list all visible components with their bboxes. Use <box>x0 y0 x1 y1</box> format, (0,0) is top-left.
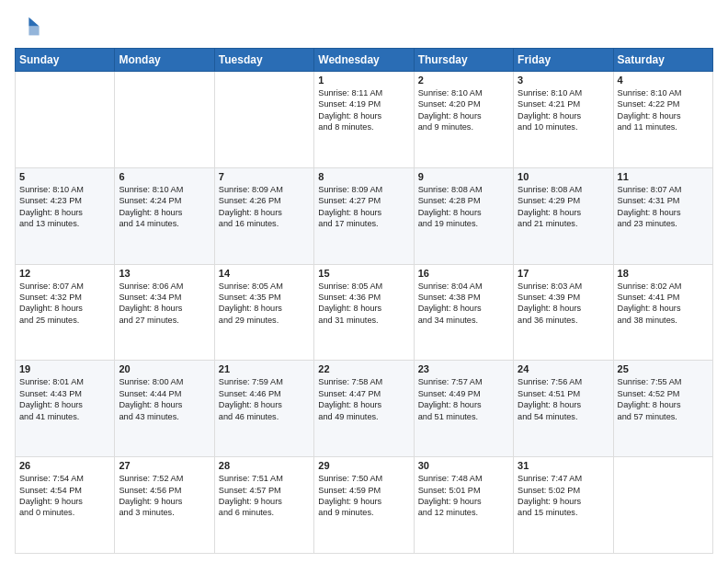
day-number: 11 <box>618 171 709 182</box>
cell-content: Sunrise: 8:10 AMSunset: 4:22 PMDaylight:… <box>618 87 709 133</box>
cell-content: Sunrise: 7:48 AMSunset: 5:01 PMDaylight:… <box>418 473 509 519</box>
day-number: 25 <box>618 363 709 374</box>
day-number: 27 <box>119 460 210 471</box>
cell-content: Sunrise: 8:06 AMSunset: 4:34 PMDaylight:… <box>119 281 210 327</box>
weekday-header: Saturday <box>613 49 712 72</box>
day-number: 22 <box>318 363 409 374</box>
calendar-cell <box>214 72 313 168</box>
day-number: 29 <box>318 460 409 471</box>
cell-content: Sunrise: 8:01 AMSunset: 4:43 PMDaylight:… <box>19 376 110 422</box>
calendar-cell: 23Sunrise: 7:57 AMSunset: 4:49 PMDayligh… <box>414 361 513 457</box>
day-number: 13 <box>119 268 210 279</box>
day-number: 17 <box>518 268 609 279</box>
cell-content: Sunrise: 8:03 AMSunset: 4:39 PMDaylight:… <box>518 281 609 327</box>
calendar-cell: 5Sunrise: 8:10 AMSunset: 4:23 PMDaylight… <box>16 167 115 264</box>
svg-marker-1 <box>28 27 39 36</box>
calendar-table: SundayMondayTuesdayWednesdayThursdayFrid… <box>15 48 713 554</box>
day-number: 2 <box>418 75 509 86</box>
calendar-cell: 31Sunrise: 7:47 AMSunset: 5:02 PMDayligh… <box>514 457 613 554</box>
cell-content: Sunrise: 8:05 AMSunset: 4:36 PMDaylight:… <box>318 281 409 327</box>
calendar-cell: 25Sunrise: 7:55 AMSunset: 4:52 PMDayligh… <box>613 361 712 457</box>
calendar-cell: 28Sunrise: 7:51 AMSunset: 4:57 PMDayligh… <box>214 457 313 554</box>
day-number: 30 <box>418 460 509 471</box>
calendar-cell: 6Sunrise: 8:10 AMSunset: 4:24 PMDaylight… <box>115 167 214 264</box>
cell-content: Sunrise: 8:04 AMSunset: 4:38 PMDaylight:… <box>418 281 509 327</box>
cell-content: Sunrise: 8:09 AMSunset: 4:27 PMDaylight:… <box>318 184 409 230</box>
cell-content: Sunrise: 7:59 AMSunset: 4:46 PMDaylight:… <box>219 376 310 422</box>
day-number: 7 <box>219 171 310 182</box>
calendar-cell: 26Sunrise: 7:54 AMSunset: 4:54 PMDayligh… <box>16 457 115 554</box>
cell-content: Sunrise: 8:10 AMSunset: 4:21 PMDaylight:… <box>518 87 609 133</box>
cell-content: Sunrise: 8:10 AMSunset: 4:23 PMDaylight:… <box>19 184 110 230</box>
day-number: 8 <box>318 171 409 182</box>
cell-content: Sunrise: 8:07 AMSunset: 4:32 PMDaylight:… <box>19 281 110 327</box>
calendar-cell: 2Sunrise: 8:10 AMSunset: 4:20 PMDaylight… <box>414 72 513 168</box>
cell-content: Sunrise: 8:10 AMSunset: 4:20 PMDaylight:… <box>418 87 509 133</box>
day-number: 5 <box>19 171 110 182</box>
cell-content: Sunrise: 8:10 AMSunset: 4:24 PMDaylight:… <box>119 184 210 230</box>
day-number: 1 <box>318 75 409 86</box>
weekday-header: Wednesday <box>314 49 414 72</box>
calendar-cell: 9Sunrise: 8:08 AMSunset: 4:28 PMDaylight… <box>414 167 513 264</box>
logo-icon <box>15 15 40 40</box>
weekday-header: Tuesday <box>214 49 313 72</box>
day-number: 31 <box>518 460 609 471</box>
day-number: 10 <box>518 171 609 182</box>
svg-marker-0 <box>28 17 39 27</box>
header-row: SundayMondayTuesdayWednesdayThursdayFrid… <box>16 49 713 72</box>
calendar-cell: 22Sunrise: 7:58 AMSunset: 4:47 PMDayligh… <box>314 361 414 457</box>
header <box>15 15 713 40</box>
calendar-cell: 13Sunrise: 8:06 AMSunset: 4:34 PMDayligh… <box>115 264 214 361</box>
calendar-cell: 11Sunrise: 8:07 AMSunset: 4:31 PMDayligh… <box>613 167 712 264</box>
calendar-week-row: 12Sunrise: 8:07 AMSunset: 4:32 PMDayligh… <box>16 264 713 361</box>
calendar-cell: 16Sunrise: 8:04 AMSunset: 4:38 PMDayligh… <box>414 264 513 361</box>
day-number: 21 <box>219 363 310 374</box>
calendar-cell: 30Sunrise: 7:48 AMSunset: 5:01 PMDayligh… <box>414 457 513 554</box>
calendar-cell: 19Sunrise: 8:01 AMSunset: 4:43 PMDayligh… <box>16 361 115 457</box>
cell-content: Sunrise: 8:08 AMSunset: 4:28 PMDaylight:… <box>418 184 509 230</box>
cell-content: Sunrise: 7:57 AMSunset: 4:49 PMDaylight:… <box>418 376 509 422</box>
calendar-cell: 4Sunrise: 8:10 AMSunset: 4:22 PMDaylight… <box>613 72 712 168</box>
calendar-cell: 29Sunrise: 7:50 AMSunset: 4:59 PMDayligh… <box>314 457 414 554</box>
calendar-cell <box>16 72 115 168</box>
cell-content: Sunrise: 7:54 AMSunset: 4:54 PMDaylight:… <box>19 473 110 519</box>
day-number: 23 <box>418 363 509 374</box>
day-number: 18 <box>618 268 709 279</box>
calendar-cell: 3Sunrise: 8:10 AMSunset: 4:21 PMDaylight… <box>514 72 613 168</box>
day-number: 26 <box>19 460 110 471</box>
calendar-cell: 20Sunrise: 8:00 AMSunset: 4:44 PMDayligh… <box>115 361 214 457</box>
cell-content: Sunrise: 7:50 AMSunset: 4:59 PMDaylight:… <box>318 473 409 519</box>
calendar-cell: 8Sunrise: 8:09 AMSunset: 4:27 PMDaylight… <box>314 167 414 264</box>
calendar-cell: 17Sunrise: 8:03 AMSunset: 4:39 PMDayligh… <box>514 264 613 361</box>
day-number: 19 <box>19 363 110 374</box>
cell-content: Sunrise: 8:09 AMSunset: 4:26 PMDaylight:… <box>219 184 310 230</box>
cell-content: Sunrise: 7:56 AMSunset: 4:51 PMDaylight:… <box>518 376 609 422</box>
day-number: 28 <box>219 460 310 471</box>
calendar-cell <box>613 457 712 554</box>
calendar-cell: 24Sunrise: 7:56 AMSunset: 4:51 PMDayligh… <box>514 361 613 457</box>
cell-content: Sunrise: 8:02 AMSunset: 4:41 PMDaylight:… <box>618 281 709 327</box>
weekday-header: Thursday <box>414 49 513 72</box>
day-number: 3 <box>518 75 609 86</box>
day-number: 14 <box>219 268 310 279</box>
calendar-cell: 7Sunrise: 8:09 AMSunset: 4:26 PMDaylight… <box>214 167 313 264</box>
day-number: 20 <box>119 363 210 374</box>
cell-content: Sunrise: 7:52 AMSunset: 4:56 PMDaylight:… <box>119 473 210 519</box>
cell-content: Sunrise: 7:47 AMSunset: 5:02 PMDaylight:… <box>518 473 609 519</box>
day-number: 16 <box>418 268 509 279</box>
calendar-cell <box>115 72 214 168</box>
cell-content: Sunrise: 8:08 AMSunset: 4:29 PMDaylight:… <box>518 184 609 230</box>
weekday-header: Monday <box>115 49 214 72</box>
calendar-week-row: 5Sunrise: 8:10 AMSunset: 4:23 PMDaylight… <box>16 167 713 264</box>
page: SundayMondayTuesdayWednesdayThursdayFrid… <box>0 0 728 563</box>
calendar-week-row: 19Sunrise: 8:01 AMSunset: 4:43 PMDayligh… <box>16 361 713 457</box>
cell-content: Sunrise: 7:58 AMSunset: 4:47 PMDaylight:… <box>318 376 409 422</box>
calendar-cell: 21Sunrise: 7:59 AMSunset: 4:46 PMDayligh… <box>214 361 313 457</box>
cell-content: Sunrise: 8:05 AMSunset: 4:35 PMDaylight:… <box>219 281 310 327</box>
cell-content: Sunrise: 7:51 AMSunset: 4:57 PMDaylight:… <box>219 473 310 519</box>
calendar-cell: 10Sunrise: 8:08 AMSunset: 4:29 PMDayligh… <box>514 167 613 264</box>
calendar-week-row: 1Sunrise: 8:11 AMSunset: 4:19 PMDaylight… <box>16 72 713 168</box>
calendar-cell: 12Sunrise: 8:07 AMSunset: 4:32 PMDayligh… <box>16 264 115 361</box>
calendar-cell: 15Sunrise: 8:05 AMSunset: 4:36 PMDayligh… <box>314 264 414 361</box>
calendar-cell: 27Sunrise: 7:52 AMSunset: 4:56 PMDayligh… <box>115 457 214 554</box>
